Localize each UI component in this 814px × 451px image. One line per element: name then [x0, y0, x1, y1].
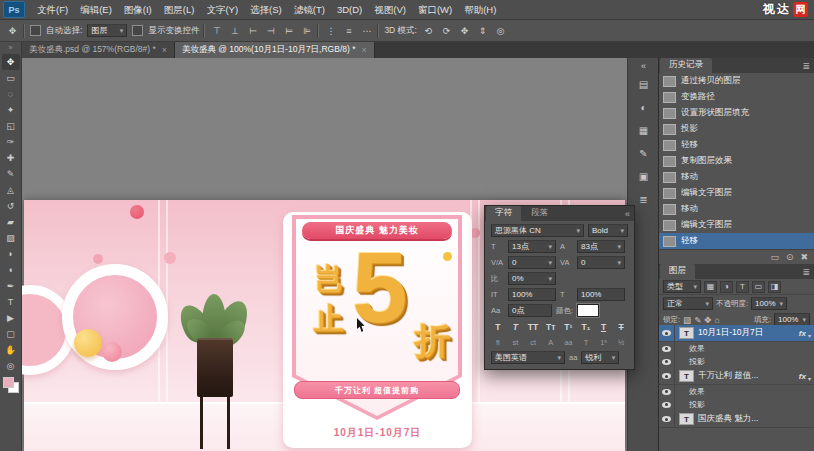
horizontal-scale-field[interactable]: 100%	[577, 288, 625, 301]
collapse-panels-icon[interactable]: «	[632, 58, 656, 73]
menu-window[interactable]: 窗口(W)	[412, 0, 458, 19]
ordinals-button[interactable]: 1ˢ	[597, 336, 611, 348]
align-right-button[interactable]: ⊣	[264, 23, 277, 38]
menu-type[interactable]: 文字(Y)	[200, 0, 244, 19]
history-step[interactable]: 通过拷贝的图层	[659, 73, 814, 89]
history-step[interactable]: 设置形状图层填充	[659, 105, 814, 121]
distribute-vertical-button[interactable]: ⋮	[324, 23, 337, 38]
layer-effect-row[interactable]: 投影	[659, 355, 814, 368]
eye-icon[interactable]	[662, 402, 671, 408]
toolbar-grip[interactable]: »	[9, 44, 13, 54]
history-step[interactable]: 变换路径	[659, 89, 814, 105]
layer-effect-row[interactable]: 效果	[659, 342, 814, 355]
3d-slide-button[interactable]: ⇕	[476, 23, 489, 38]
adjustments-panel-icon[interactable]: ◐	[632, 96, 656, 119]
close-icon[interactable]: ×	[362, 45, 367, 55]
eye-icon[interactable]	[662, 330, 671, 336]
document-tab-1[interactable]: 美妆盛典.psd @ 157%(RGB/8#) * ×	[22, 42, 175, 58]
fx-badge[interactable]: fx	[799, 329, 806, 338]
menu-edit[interactable]: 编辑(E)	[74, 0, 118, 19]
brush-panel-icon[interactable]: ✎	[632, 142, 656, 165]
fx-badge[interactable]: fx	[799, 372, 806, 381]
text-layer-thumbnail[interactable]: T	[679, 413, 694, 425]
small-caps-button[interactable]: Tᴛ	[544, 320, 558, 333]
vertical-scale-field[interactable]: 100%	[508, 288, 556, 301]
tool-quick-select[interactable]: ✦	[2, 102, 20, 118]
tool-type[interactable]: T	[2, 294, 20, 310]
filter-pixel-icon[interactable]: ▦	[704, 281, 717, 293]
opacity-field[interactable]: 100%	[751, 297, 787, 310]
panel-menu-icon[interactable]: ≣	[802, 266, 810, 279]
fx-collapse-icon[interactable]	[808, 324, 814, 342]
history-step[interactable]: 移动	[659, 201, 814, 217]
font-family-dropdown[interactable]: 思源黑体 CN	[491, 224, 584, 237]
tool-pen[interactable]: ✒	[2, 278, 20, 294]
tool-gradient[interactable]: ▨	[2, 230, 20, 246]
align-top-button[interactable]: ⊤	[210, 23, 223, 38]
filter-type-icon[interactable]: T	[736, 281, 749, 293]
3d-roll-button[interactable]: ⟳	[440, 23, 453, 38]
swatches-panel-icon[interactable]: ▤	[632, 73, 656, 96]
subscript-button[interactable]: T₁	[579, 320, 593, 333]
layer-filter-dropdown[interactable]: 类型	[663, 280, 701, 293]
3d-rotate-button[interactable]: ⟲	[422, 23, 435, 38]
tool-history-brush[interactable]: ↺	[2, 198, 20, 214]
tab-layers[interactable]: 图层	[660, 264, 695, 279]
tool-lasso[interactable]: ◌	[2, 86, 20, 102]
layer-row[interactable]: T 千万让利 超值... fx	[659, 368, 814, 385]
auto-select-checkbox[interactable]	[30, 25, 41, 36]
new-snapshot-icon[interactable]: ⊙	[786, 252, 794, 262]
underline-button[interactable]: T	[597, 320, 611, 333]
document-tab-2[interactable]: 美妆盛典 @ 100%(10月1日-10月7日,RGB/8) * ×	[175, 42, 375, 58]
layer-name[interactable]: 10月1日-10月7日	[698, 327, 797, 339]
strikethrough-button[interactable]: T	[614, 320, 628, 333]
tool-move[interactable]: ✥	[2, 54, 20, 70]
history-step[interactable]: 编辑文字图层	[659, 217, 814, 233]
text-color-swatch[interactable]	[577, 304, 599, 317]
tab-paragraph[interactable]: 段落	[522, 206, 557, 221]
layer-effect-row[interactable]: 投影	[659, 398, 814, 411]
move-tool-preset-icon[interactable]: ✥	[6, 23, 19, 38]
color-swatches[interactable]	[3, 377, 19, 393]
layer-name[interactable]: 千万让利 超值...	[698, 370, 797, 382]
eye-icon[interactable]	[662, 389, 671, 395]
menu-view[interactable]: 视图(V)	[368, 0, 412, 19]
delete-state-icon[interactable]: ✖	[800, 252, 808, 262]
distribute-horizontal-button[interactable]: ⋯	[360, 23, 373, 38]
tool-marquee[interactable]: ▭	[2, 70, 20, 86]
kerning-field[interactable]: 0	[508, 256, 556, 269]
language-dropdown[interactable]: 美国英语	[491, 351, 565, 364]
menu-image[interactable]: 图像(I)	[118, 0, 158, 19]
visibility-cell[interactable]	[659, 325, 675, 341]
all-caps-button[interactable]: TT	[526, 320, 540, 333]
tracking-field[interactable]: 0	[577, 256, 625, 269]
stylistic-alternates-button[interactable]: aa	[562, 336, 576, 348]
menu-select[interactable]: 选择(S)	[244, 0, 288, 19]
3d-scale-button[interactable]: ◎	[494, 23, 507, 38]
history-step[interactable]: 编辑文字图层	[659, 185, 814, 201]
align-middle-button[interactable]: ⊥	[228, 23, 241, 38]
layer-row[interactable]: T 国庆盛典 魅力...	[659, 411, 814, 428]
new-doc-from-state-icon[interactable]: ▭	[770, 252, 779, 262]
visibility-cell[interactable]	[659, 368, 675, 384]
close-icon[interactable]: ×	[162, 45, 167, 55]
leading-field[interactable]: 83点	[577, 240, 625, 253]
3d-drag-button[interactable]: ✥	[458, 23, 471, 38]
eye-icon[interactable]	[662, 346, 671, 352]
tool-dodge[interactable]: ◖	[2, 262, 20, 278]
tool-brush[interactable]: ✎	[2, 166, 20, 182]
baseline-shift-field[interactable]: 0点	[508, 304, 552, 317]
visibility-cell[interactable]	[659, 385, 675, 398]
align-center-button[interactable]: ⊨	[282, 23, 295, 38]
history-step[interactable]: 轻移	[659, 137, 814, 153]
contextual-alternates-button[interactable]: st	[509, 336, 523, 348]
tool-healing-brush[interactable]: ✚	[2, 150, 20, 166]
faux-bold-button[interactable]: T	[491, 320, 505, 333]
eye-icon[interactable]	[662, 416, 671, 422]
tool-eraser[interactable]: ▰	[2, 214, 20, 230]
visibility-cell[interactable]	[659, 355, 675, 368]
tool-hand[interactable]: ✋	[2, 342, 20, 358]
tool-crop[interactable]: ◱	[2, 118, 20, 134]
superscript-button[interactable]: T¹	[562, 320, 576, 333]
blend-mode-dropdown[interactable]: 正常	[663, 297, 713, 310]
